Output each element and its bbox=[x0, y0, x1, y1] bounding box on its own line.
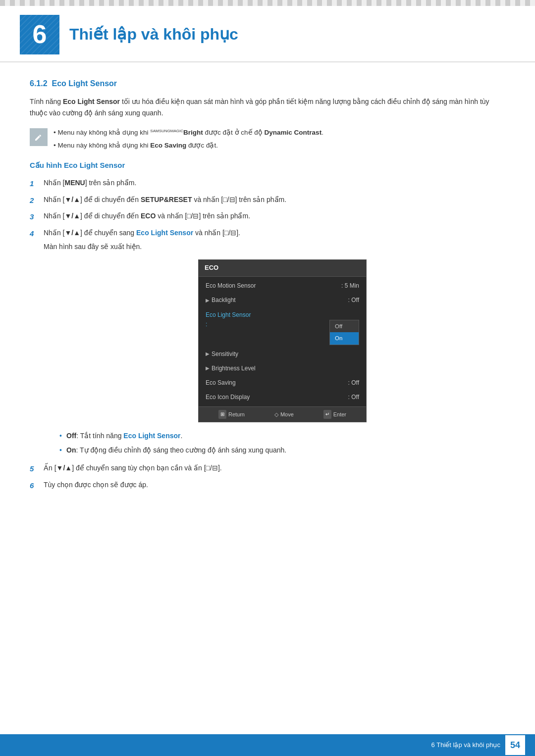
eco-row-brightness: ▶ Brightness Level bbox=[199, 361, 366, 376]
option-on: On bbox=[330, 332, 359, 344]
footer-enter: ↵ Enter bbox=[323, 410, 346, 419]
intro-bold-1: Eco Light Sensor bbox=[63, 98, 120, 105]
eco-menu-body: Eco Motion Sensor : 5 Min ▶ Backlight : … bbox=[199, 277, 366, 406]
note-box: Menu này không khả dụng khi SAMSUNGMAGIC… bbox=[30, 127, 505, 151]
bullet-on: On: Tự động điều chỉnh độ sáng theo cườn… bbox=[59, 445, 505, 455]
page-footer: 6 Thiết lập và khôi phục 54 bbox=[0, 734, 535, 756]
note-content: Menu này không khả dụng khi SAMSUNGMAGIC… bbox=[54, 127, 323, 151]
note-line-1: Menu này không khả dụng khi SAMSUNGMAGIC… bbox=[54, 127, 323, 138]
eco-menu-screenshot: ECO Eco Motion Sensor : 5 Min ▶ Backligh… bbox=[59, 259, 505, 422]
page-content: 6.1.2 Eco Light Sensor Tính năng Eco Lig… bbox=[0, 77, 535, 528]
eco-row-icon-display: Eco Icon Display : Off bbox=[199, 390, 366, 404]
config-heading: Cấu hình Eco Light Sensor bbox=[30, 159, 505, 171]
note-pencil-icon bbox=[34, 132, 44, 142]
chapter-title: Thiết lập và khôi phục bbox=[69, 22, 238, 47]
option-bullets: Off: Tắt tính năng Eco Light Sensor. On:… bbox=[59, 430, 505, 455]
eco-row-light-sensor: Eco Light Sensor bbox=[199, 308, 366, 320]
note-icon bbox=[30, 128, 48, 146]
step-2: 2 Nhấn [▼/▲] để di chuyển đến SETUP&RESE… bbox=[30, 194, 505, 207]
eco-row-saving: Eco Saving : Off bbox=[199, 376, 366, 390]
eco-dropdown: : Off On bbox=[199, 320, 366, 347]
eco-menu-footer: ⊞ Return ◇ Move ↵ Enter bbox=[199, 406, 366, 422]
dropdown-options: Off On bbox=[329, 320, 359, 345]
eco-row-backlight: ▶ Backlight : Off bbox=[199, 293, 366, 307]
footer-move: ◇ Move bbox=[274, 410, 294, 419]
steps-after: 5 Ấn [▼/▲] để chuyển sang tùy chọn bạn c… bbox=[30, 462, 505, 492]
step-5: 5 Ấn [▼/▲] để chuyển sang tùy chọn bạn c… bbox=[30, 462, 505, 475]
top-stripe bbox=[0, 0, 535, 6]
intro-paragraph: Tính năng Eco Light Sensor tối ưu hóa đi… bbox=[30, 96, 505, 120]
section-id: 6.1.2 Eco Light Sensor bbox=[30, 79, 117, 88]
note-line-2: Menu này không khả dụng khi Eco Saving đ… bbox=[54, 140, 323, 151]
step-1: 1 Nhấn [MENU] trên sản phẩm. bbox=[30, 177, 505, 190]
eco-row-sensitivity: ▶ Sensitivity bbox=[199, 347, 366, 361]
footer-return: ⊞ Return bbox=[218, 410, 245, 419]
page-number: 54 bbox=[505, 735, 525, 755]
step-4: 4 Nhấn [▼/▲] để chuyển sang Eco Light Se… bbox=[30, 227, 505, 253]
eco-menu-title: ECO bbox=[199, 260, 366, 277]
chapter-header: 6 Thiết lập và khôi phục bbox=[0, 6, 535, 62]
step-6: 6 Tùy chọn được chọn sẽ được áp. bbox=[30, 479, 505, 492]
step-3: 3 Nhấn [▼/▲] để di chuyển đến ECO và nhấ… bbox=[30, 210, 505, 223]
bullet-off: Off: Tắt tính năng Eco Light Sensor. bbox=[59, 430, 505, 441]
option-off: Off bbox=[330, 320, 359, 332]
steps-list: 1 Nhấn [MENU] trên sản phẩm. 2 Nhấn [▼/▲… bbox=[30, 177, 505, 252]
eco-menu: ECO Eco Motion Sensor : 5 Min ▶ Backligh… bbox=[198, 259, 367, 422]
footer-chapter-text: 6 Thiết lập và khôi phục bbox=[431, 740, 500, 751]
chapter-number: 6 bbox=[20, 15, 59, 54]
eco-row-motion: Eco Motion Sensor : 5 Min bbox=[199, 279, 366, 293]
